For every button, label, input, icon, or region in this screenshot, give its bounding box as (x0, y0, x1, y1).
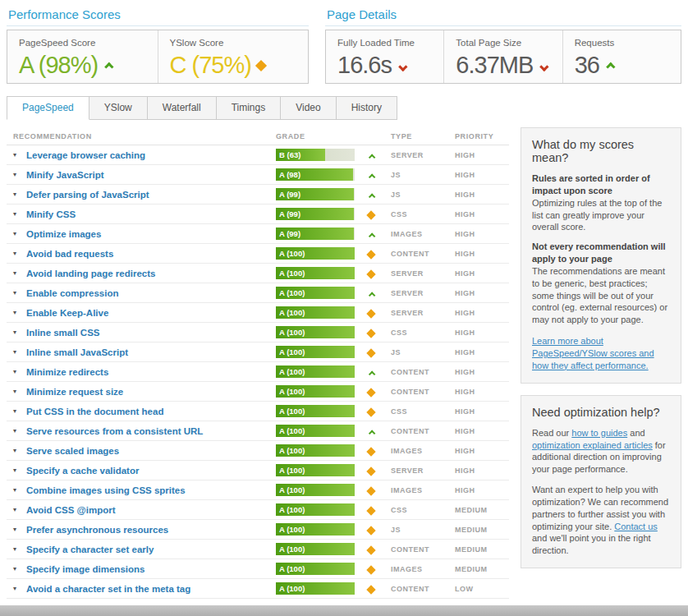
expand-arrow-icon[interactable]: ▾ (13, 348, 26, 356)
table-row[interactable]: ▾Avoid bad requestsA (100)CONTENTHIGH (7, 244, 509, 264)
recommendation-link[interactable]: Avoid bad requests (26, 249, 276, 259)
recommendation-link[interactable]: Minimize redirects (26, 367, 276, 377)
expand-arrow-icon[interactable]: ▾ (13, 407, 26, 415)
grade-bar: A (100) (276, 346, 355, 358)
table-row[interactable]: ▾Minify CSSA (99)CSSHIGH (7, 205, 509, 224)
table-row[interactable]: ▾Avoid a character set in the meta tagA … (7, 579, 509, 599)
recommendation-link[interactable]: Optimize images (26, 229, 276, 239)
expand-arrow-icon[interactable]: ▾ (13, 447, 26, 454)
table-row[interactable]: ▾Inline small CSSA (100)CSSHIGH (7, 323, 509, 342)
table-row[interactable]: ▾Minimize request sizeA (100)CONTENTHIGH (7, 382, 509, 402)
recommendation-link[interactable]: Specify image dimensions (26, 564, 276, 574)
table-row[interactable]: ▾Leverage browser cachingB (63)SERVERHIG… (7, 145, 509, 165)
priority-label: MEDIUM (455, 526, 509, 534)
grade-bar: A (100) (276, 385, 355, 398)
diamond-icon (366, 348, 375, 357)
tab-pagespeed[interactable]: PageSpeed (7, 96, 89, 120)
tab-video[interactable]: Video (281, 96, 336, 120)
expand-arrow-icon[interactable]: ▾ (13, 151, 26, 159)
expand-arrow-icon[interactable]: ▾ (13, 289, 26, 297)
table-row[interactable]: ▾Serve resources from a consistent URLA … (7, 421, 509, 441)
type-label: CSS (391, 407, 455, 416)
grade-label: A (100) (279, 385, 305, 398)
type-label: CONTENT (391, 427, 455, 435)
table-row[interactable]: ▾Specify image dimensionsA (100)IMAGESME… (7, 559, 509, 579)
recommendation-link[interactable]: Prefer asynchronous resources (26, 525, 276, 535)
grade-label: A (100) (279, 405, 305, 417)
table-row[interactable]: ▾Specify a cache validatorA (100)SERVERH… (7, 461, 509, 480)
recommendation-link[interactable]: Combine images using CSS sprites (26, 485, 276, 495)
recommendation-link[interactable]: Inline small CSS (26, 328, 276, 338)
grade-bar: A (99) (276, 208, 355, 220)
help-paragraph: Read our how to guides and optimization … (532, 427, 670, 476)
expand-arrow-icon[interactable]: ▾ (13, 467, 26, 474)
sidebar-link[interactable]: how to guides (571, 428, 627, 438)
expand-arrow-icon[interactable]: ▾ (13, 171, 26, 178)
recommendation-link[interactable]: Specify a character set early (26, 545, 276, 554)
optimization-help-title: Need optimization help? (532, 406, 670, 419)
recommendation-link[interactable]: Avoid CSS @import (26, 505, 276, 515)
trend-up-icon (104, 62, 113, 71)
table-row[interactable]: ▾Defer parsing of JavaScriptA (99)JSHIGH (7, 185, 509, 205)
recommendation-link[interactable]: Minimize request size (26, 387, 276, 397)
recommendation-link[interactable]: Serve scaled images (26, 446, 276, 456)
recommendation-link[interactable]: Avoid landing page redirects (26, 269, 276, 278)
table-row[interactable]: ▾Serve scaled imagesA (100)IMAGESHIGH (7, 441, 509, 461)
expand-arrow-icon[interactable]: ▾ (13, 526, 26, 533)
grade-label: A (100) (279, 582, 305, 595)
recommendation-link[interactable]: Specify a cache validator (26, 466, 276, 476)
grade-bar: A (100) (276, 287, 355, 299)
expand-arrow-icon[interactable]: ▾ (13, 388, 26, 395)
expand-arrow-icon[interactable]: ▾ (13, 329, 26, 336)
recommendation-link[interactable]: Serve resources from a consistent URL (26, 426, 276, 436)
table-row[interactable]: ▾Optimize imagesA (99)IMAGESHIGH (7, 224, 509, 244)
expand-arrow-icon[interactable]: ▾ (13, 486, 26, 494)
expand-arrow-icon[interactable]: ▾ (13, 191, 26, 198)
recommendation-link[interactable]: Minify CSS (26, 209, 276, 219)
table-row[interactable]: ▾Avoid CSS @importA (100)CSSMEDIUM (7, 500, 509, 520)
recommendation-link[interactable]: Leverage browser caching (26, 150, 276, 160)
sidebar-link[interactable]: Contact us (614, 522, 658, 531)
table-row[interactable]: ▾Minimize redirectsA (100)CONTENTHIGH (7, 362, 509, 382)
type-label: CONTENT (391, 250, 455, 258)
tab-timings[interactable]: Timings (217, 96, 282, 120)
tab-history[interactable]: History (337, 96, 397, 120)
recommendation-link[interactable]: Enable compression (26, 288, 276, 298)
diamond-icon (366, 407, 375, 416)
expand-arrow-icon[interactable]: ▾ (13, 506, 26, 513)
table-row[interactable]: ▾Inline small JavaScriptA (100)JSHIGH (7, 342, 509, 362)
tab-waterfall[interactable]: Waterfall (148, 96, 217, 120)
recommendation-link[interactable]: Enable Keep-Alive (26, 308, 276, 318)
priority-label: HIGH (455, 407, 509, 416)
expand-arrow-icon[interactable]: ▾ (13, 368, 26, 375)
recommendation-link[interactable]: Inline small JavaScript (26, 347, 276, 357)
expand-arrow-icon[interactable]: ▾ (13, 250, 26, 257)
tab-yslow[interactable]: YSlow (89, 96, 148, 120)
grade-bar: A (99) (276, 188, 355, 200)
expand-arrow-icon[interactable]: ▾ (13, 230, 26, 237)
table-row[interactable]: ▾Specify a character set earlyA (100)CON… (7, 540, 509, 559)
table-row[interactable]: ▾Enable Keep-AliveA (100)SERVERHIGH (7, 303, 509, 323)
diamond-icon (366, 585, 375, 594)
requests-cell: Requests 36 (562, 30, 681, 83)
expand-arrow-icon[interactable]: ▾ (13, 210, 26, 218)
expand-arrow-icon[interactable]: ▾ (13, 427, 26, 434)
expand-arrow-icon[interactable]: ▾ (13, 309, 26, 316)
recommendation-link[interactable]: Put CSS in the document head (26, 407, 276, 416)
sidebar-link[interactable]: optimization explained articles (532, 440, 653, 450)
grade-bar: A (100) (276, 365, 355, 378)
expand-arrow-icon[interactable]: ▾ (13, 565, 26, 572)
table-row[interactable]: ▾Prefer asynchronous resourcesA (100)JSM… (7, 520, 509, 540)
table-row[interactable]: ▾Enable compressionA (100)SERVERHIGH (7, 283, 509, 303)
table-row[interactable]: ▾Combine images using CSS spritesA (100)… (7, 480, 509, 500)
table-row[interactable]: ▾Avoid landing page redirectsA (100)SERV… (7, 264, 509, 283)
expand-arrow-icon[interactable]: ▾ (13, 269, 26, 277)
table-row[interactable]: ▾Minify JavaScriptA (98)JSHIGH (7, 165, 509, 185)
recommendation-link[interactable]: Minify JavaScript (26, 170, 276, 180)
recommendation-link[interactable]: Avoid a character set in the meta tag (26, 584, 276, 594)
recommendation-link[interactable]: Defer parsing of JavaScript (26, 190, 276, 200)
expand-arrow-icon[interactable]: ▾ (13, 545, 26, 553)
table-row[interactable]: ▾Put CSS in the document headA (100)CSSH… (7, 402, 509, 421)
expand-arrow-icon[interactable]: ▾ (13, 585, 26, 592)
learn-more-link[interactable]: Learn more about PageSpeed/YSlow scores … (532, 336, 654, 370)
